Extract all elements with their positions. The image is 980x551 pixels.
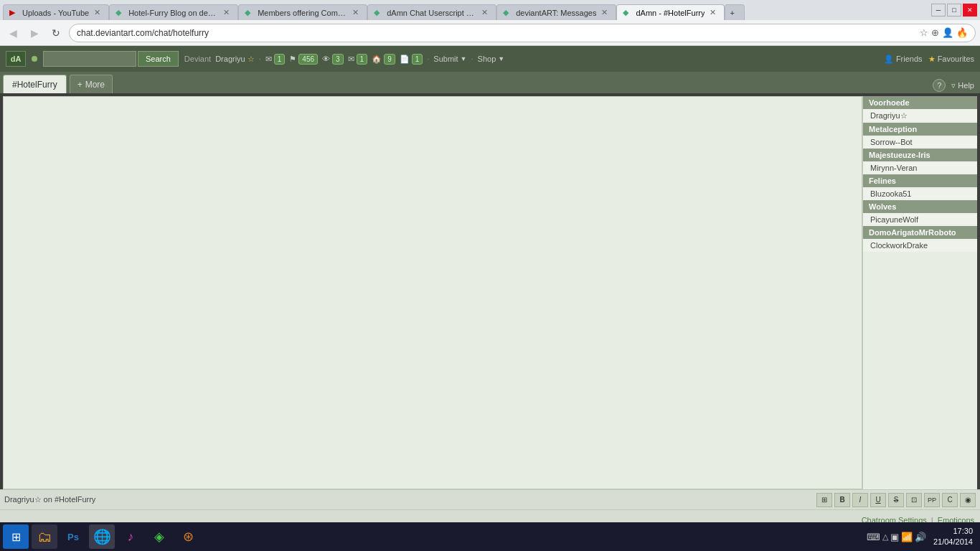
help-question-button[interactable]: ? <box>933 79 946 92</box>
app5-icon: ◈ <box>154 529 164 545</box>
tab-close-4[interactable]: ✕ <box>479 7 490 18</box>
da-shop-button[interactable]: Shop ▼ <box>478 55 505 63</box>
bookmark-star-icon[interactable]: ☆ <box>920 27 928 38</box>
da-notif-badge-comments: 1 <box>357 54 368 65</box>
start-button[interactable]: ⊞ <box>3 524 29 549</box>
da-notif-home[interactable]: 🏠 9 <box>372 54 395 65</box>
toolbar-pp-button[interactable]: PP <box>924 493 940 507</box>
clock-time: 17:30 <box>933 526 973 537</box>
browser-tab-5[interactable]: ◆ deviantART: Messages ✕ <box>496 4 616 20</box>
toolbar-emotes-button[interactable]: ⊞ <box>816 493 832 507</box>
sidebar-group-header-majestueuze: Majestueuze-Iris <box>863 149 977 161</box>
da-sep-dot3: · <box>471 55 473 63</box>
browser-tab-6[interactable]: ◆ dAmn - #HotelFurry ✕ <box>616 4 725 20</box>
da-username[interactable]: Dragriyu ☆ <box>215 55 255 64</box>
da-shop-label: Shop <box>478 55 496 63</box>
chrome-extension-icon[interactable]: ⊕ <box>931 27 939 38</box>
network-icon[interactable]: 📶 <box>901 532 913 542</box>
toolbar-strike-button[interactable]: S <box>888 493 904 507</box>
da-friends-link[interactable]: 👤 Friends <box>884 55 923 64</box>
plus-icon: + <box>77 80 83 90</box>
taskbar-chrome[interactable]: 🌐 <box>89 524 115 549</box>
fire-icon[interactable]: 🔥 <box>956 27 968 38</box>
sidebar-member-bluzooka[interactable]: Bluzooka51 <box>863 187 977 200</box>
da-username-star-icon: ☆ <box>248 55 255 64</box>
da-search-input[interactable] <box>43 51 136 67</box>
tab-close-5[interactable]: ✕ <box>599 7 610 18</box>
sidebar-group-header-felines: Felines <box>863 174 977 187</box>
da-mail-icon: ✉ <box>265 55 272 64</box>
da-search-button[interactable]: Search <box>138 51 179 67</box>
toolbar-bold-button[interactable]: B <box>834 493 850 507</box>
taskbar-itunes[interactable]: ♪ <box>118 524 143 549</box>
browser-tab-2[interactable]: ◆ Hotel-Furry Blog on devia... ✕ <box>109 4 238 20</box>
browser-tab-3[interactable]: ◆ Members offering Comm... ✕ <box>238 4 367 20</box>
help-label[interactable]: ▿ Help <box>951 81 974 90</box>
taskbar-app5[interactable]: ◈ <box>146 524 172 549</box>
user-icon[interactable]: 👤 <box>942 27 953 38</box>
new-tab-button[interactable]: + <box>725 4 745 20</box>
chrome-icon: 🌐 <box>93 528 111 545</box>
da-nav-right: 👤 Friends ★ Favourites <box>884 55 974 64</box>
maximize-button[interactable]: □ <box>947 4 961 17</box>
taskbar-clock[interactable]: 17:30 21/04/2014 <box>929 526 977 548</box>
chat-tab-hotelfurry[interactable]: #HotelFurry <box>3 75 67 93</box>
tab-label-3: Members offering Comm... <box>258 9 347 17</box>
clock-date: 21/04/2014 <box>933 537 973 547</box>
taskbar-photoshop[interactable]: Ps <box>60 524 86 549</box>
sidebar-group-header-wolves: Wolves <box>863 200 977 213</box>
tab-favicon-1: ▶ <box>9 8 19 18</box>
sidebar-member-clockwork[interactable]: ClockworkDrake <box>863 239 977 252</box>
volume-icon[interactable]: 🔊 <box>915 532 926 542</box>
toolbar-extra-button[interactable]: ◉ <box>960 493 976 507</box>
da-notif-deviations[interactable]: ⚑ 456 <box>289 54 318 65</box>
da-submit-button[interactable]: Submit ▼ <box>433 55 466 63</box>
address-bar[interactable]: chat.deviantart.com/chat/hotelfurry ☆ ⊕ … <box>69 24 976 42</box>
keyboard-icon[interactable]: ⌨ <box>867 532 880 542</box>
tab-close-3[interactable]: ✕ <box>350 7 361 18</box>
windows-icon: ⊞ <box>11 530 21 544</box>
chat-toolbar: Dragriyu☆ on #HotelFurry ⊞ B I U S ⊡ PP … <box>0 489 980 509</box>
sidebar-member-mirynn[interactable]: Mirynn-Veran <box>863 161 977 174</box>
sidebar-member-picayune[interactable]: PicayuneWolf <box>863 213 977 226</box>
da-favourites-link[interactable]: ★ Favourites <box>928 55 974 64</box>
chat-body: Voorhoede Dragriyu☆ Metalception Sorrow-… <box>3 96 977 489</box>
back-button[interactable]: ◀ <box>4 24 22 42</box>
taskbar-file-explorer[interactable]: 🗂 <box>32 524 57 549</box>
minimize-button[interactable]: ─ <box>931 4 946 17</box>
chat-messages-area <box>3 96 862 489</box>
da-notif-views[interactable]: 👁 3 <box>322 54 344 65</box>
tray-arrow-icon[interactable]: △ <box>882 532 888 542</box>
da-submit-label: Submit <box>433 55 458 63</box>
toolbar-sub-button[interactable]: ⊡ <box>906 493 922 507</box>
chat-tabs-bar: #HotelFurry + More ? ▿ Help <box>0 72 980 93</box>
close-button[interactable]: ✕ <box>963 4 977 17</box>
da-notif-comments[interactable]: ✉ 1 <box>348 54 368 65</box>
toolbar-italic-button[interactable]: I <box>852 493 868 507</box>
sidebar-member-sorrow[interactable]: Sorrow--Bot <box>863 136 977 149</box>
tab-label-1: Uploads - YouTube <box>22 9 89 17</box>
sidebar-group-majestueuze: Majestueuze-Iris Mirynn-Veran <box>863 149 977 174</box>
forward-button[interactable]: ▶ <box>26 24 43 42</box>
itunes-icon: ♪ <box>128 529 134 545</box>
da-notif-badge-deviations: 456 <box>298 54 318 65</box>
reload-button[interactable]: ↻ <box>47 24 65 42</box>
da-logo[interactable]: dA <box>6 51 37 67</box>
da-deviations-icon: ⚑ <box>289 55 296 64</box>
display-icon[interactable]: ▣ <box>890 532 899 542</box>
da-notif-mail[interactable]: ✉ 1 <box>265 54 286 65</box>
browser-tab-1[interactable]: ▶ Uploads - YouTube ✕ <box>3 4 109 20</box>
taskbar-app6[interactable]: ⊛ <box>175 524 201 549</box>
toolbar-color-button[interactable]: C <box>942 493 958 507</box>
toolbar-underline-button[interactable]: U <box>870 493 886 507</box>
chat-more-button[interactable]: + More <box>70 75 113 93</box>
da-notif-badge-views: 3 <box>332 54 344 65</box>
sidebar-member-dragriyu[interactable]: Dragriyu☆ <box>863 109 977 123</box>
tab-close-2[interactable]: ✕ <box>221 7 232 18</box>
tab-close-6[interactable]: ✕ <box>707 7 718 18</box>
da-notif-badge-home: 9 <box>384 54 395 65</box>
da-notif-journal[interactable]: 📄 1 <box>400 54 423 65</box>
tab-label-5: deviantART: Messages <box>516 9 596 17</box>
tab-close-1[interactable]: ✕ <box>92 7 103 18</box>
browser-tab-4[interactable]: ◆ dAmn Chat Userscript Pro... ✕ <box>367 4 496 20</box>
